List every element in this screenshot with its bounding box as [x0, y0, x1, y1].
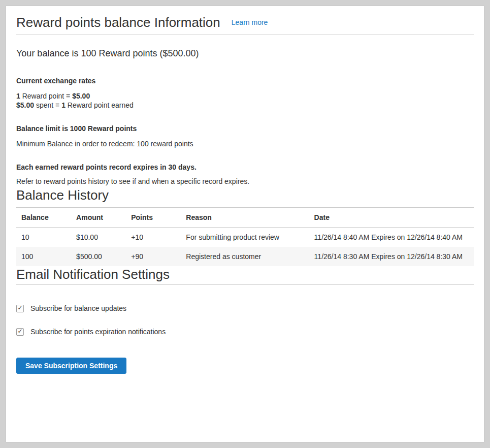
balance-message: Your balance is 100 Reward points ($500.…	[16, 47, 474, 59]
points-expiration-checkbox[interactable]: ✓	[16, 328, 24, 336]
table-row: 100 $500.00 +90 Registered as customer 1…	[16, 247, 474, 266]
column-header-balance: Balance	[16, 208, 71, 228]
rate-line-1: 1 Reward point = $5.00	[16, 91, 474, 101]
rate1-value: $5.00	[72, 92, 90, 100]
column-header-points: Points	[126, 208, 181, 228]
reward-points-card: Reward points balance Information Learn …	[6, 6, 484, 442]
exchange-rates-heading: Current exchange rates	[16, 76, 474, 85]
rate2-points: 1	[61, 101, 66, 109]
column-header-reason: Reason	[181, 208, 309, 228]
cell-amount: $500.00	[71, 247, 126, 266]
rate2-text1: spent =	[34, 101, 61, 109]
table-header-row: Balance Amount Points Reason Date	[16, 208, 474, 228]
checkbox-label: Subscribe for points expiration notifica…	[30, 328, 166, 336]
balance-history-table: Balance Amount Points Reason Date 10 $10…	[16, 207, 474, 266]
balance-updates-checkbox[interactable]: ✓	[16, 305, 24, 312]
balance-limit: Balance limit is 1000 Reward points	[16, 124, 474, 133]
table-row: 10 $10.00 +10 For submitting product rev…	[16, 228, 474, 247]
rate-line-2: $5.00 spent = 1 Reward point earned	[16, 101, 474, 110]
cell-points: +90	[126, 247, 181, 266]
cell-amount: $10.00	[71, 228, 126, 247]
page-header: Reward points balance Information Learn …	[16, 13, 474, 31]
cell-balance: 100	[16, 247, 71, 266]
table-head: Balance Amount Points Reason Date	[16, 208, 474, 228]
rate2-value: $5.00	[16, 101, 34, 109]
table-body: 10 $10.00 +10 For submitting product rev…	[16, 228, 474, 267]
expiry-note: Refer to reward points history to see if…	[16, 177, 474, 186]
cell-points: +10	[126, 228, 181, 247]
column-header-amount: Amount	[71, 208, 126, 228]
cell-reason: Registered as customer	[181, 247, 309, 266]
rate1-points: 1	[16, 92, 20, 100]
email-settings-divider	[16, 284, 474, 285]
check-icon: ✓	[17, 328, 22, 334]
column-header-date: Date	[309, 208, 474, 228]
check-icon: ✓	[17, 305, 22, 311]
checkbox-label: Subscribe for balance updates	[30, 304, 126, 312]
learn-more-link[interactable]: Learn more	[232, 18, 268, 26]
page-title: Reward points balance Information	[16, 13, 220, 31]
rate1-text: Reward point =	[20, 92, 72, 100]
balance-history-title: Balance History	[16, 186, 474, 204]
balance-updates-option[interactable]: ✓ Subscribe for balance updates	[16, 304, 474, 312]
points-expiration-option[interactable]: ✓ Subscribe for points expiration notifi…	[16, 328, 474, 336]
expiry-rule: Each earned reward points record expires…	[16, 163, 474, 172]
cell-balance: 10	[16, 228, 71, 247]
exchange-rates: 1 Reward point = $5.00 $5.00 spent = 1 R…	[16, 91, 474, 110]
cell-reason: For submitting product review	[181, 228, 309, 247]
minimum-balance: Minimum Balance in order to redeem: 100 …	[16, 139, 474, 148]
rate2-text2: Reward point earned	[66, 101, 134, 109]
save-subscription-settings-button[interactable]: Save Subscription Settings	[16, 358, 126, 374]
cell-date: 11/26/14 8:40 AM Expires on 12/26/14 8:4…	[309, 228, 474, 247]
header-divider	[16, 35, 474, 35]
cell-date: 11/26/14 8:30 AM Expires on 12/26/14 8:3…	[309, 247, 474, 266]
email-settings-title: Email Notification Settings	[16, 266, 474, 282]
